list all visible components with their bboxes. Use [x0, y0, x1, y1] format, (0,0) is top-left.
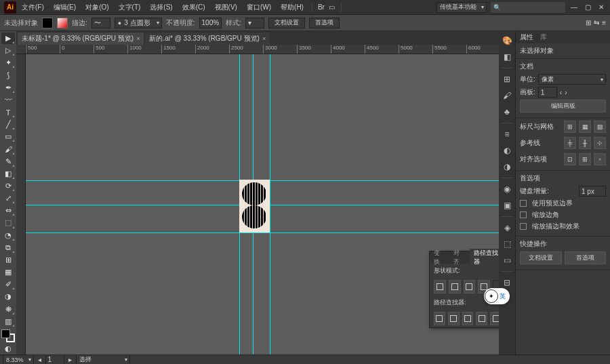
prev-artboard-status[interactable]: ◂: [38, 356, 41, 363]
menu-edit[interactable]: 编辑(E): [49, 3, 80, 12]
layers-panel-icon[interactable]: ◈: [500, 221, 514, 235]
selection-tool[interactable]: ▶: [1, 33, 15, 44]
color-panel-icon[interactable]: 🎨: [500, 34, 514, 47]
divide-button[interactable]: [434, 312, 445, 325]
guide-horizontal[interactable]: [26, 232, 499, 233]
vertical-ruler[interactable]: [16, 54, 26, 355]
guide-lock[interactable]: ╫: [579, 137, 591, 149]
unite-button[interactable]: [434, 280, 446, 294]
swatches-panel-icon[interactable]: ⊞: [500, 73, 514, 86]
search-input[interactable]: 🔍: [491, 2, 565, 13]
tab-close-icon[interactable]: ×: [136, 35, 140, 42]
maximize-icon[interactable]: ▢: [583, 3, 592, 12]
color-mode-toggle[interactable]: ◐: [1, 343, 15, 355]
document-tab[interactable]: 未标题-1* @ 8.33% (RGB/GPU 预览)×: [18, 33, 144, 45]
close-icon[interactable]: ✕: [596, 3, 606, 12]
crop-button[interactable]: [476, 312, 487, 325]
menu-help[interactable]: 帮助(H): [277, 3, 308, 12]
minus-front-button[interactable]: [449, 280, 461, 294]
transparency-panel-icon[interactable]: ◑: [500, 160, 514, 174]
edit-artboards-button[interactable]: 编辑画板: [520, 100, 606, 113]
intersect-button[interactable]: [464, 280, 476, 294]
gradient-tool[interactable]: ▦: [1, 266, 15, 278]
paintbrush-tool[interactable]: 🖌: [1, 143, 15, 155]
scale-corners-checkbox[interactable]: [520, 211, 527, 218]
zoom-level[interactable]: 8.33%: [3, 355, 34, 365]
perspective-tool[interactable]: ⧉: [1, 242, 15, 254]
shaper-tool[interactable]: ✎: [1, 156, 15, 167]
preview-bounds-checkbox[interactable]: [520, 200, 527, 207]
grid-toggle[interactable]: ▦: [579, 121, 591, 133]
curvature-tool[interactable]: 〰: [1, 94, 15, 106]
brushes-panel-icon[interactable]: 🖌: [500, 89, 514, 102]
transform-icon[interactable]: ⇆: [594, 19, 599, 26]
graphic-styles-icon[interactable]: ▣: [500, 199, 514, 212]
pathfinder-panel-icon[interactable]: ⊟: [500, 276, 514, 289]
ime-badge[interactable]: ✦ 英: [484, 288, 510, 304]
align-icon[interactable]: ⊞: [586, 19, 591, 26]
guide-visibility[interactable]: ╪: [564, 137, 576, 149]
menu-view[interactable]: 视图(V): [211, 3, 241, 12]
prefs-quick-button[interactable]: 首选项: [565, 251, 607, 264]
ruler-origin[interactable]: [16, 45, 26, 54]
rotate-tool[interactable]: ⟳: [1, 180, 15, 192]
panel-tab-pathfinder[interactable]: 路径查找器: [470, 249, 499, 266]
fill-swatch[interactable]: [42, 18, 53, 28]
symbol-sprayer-tool[interactable]: ❋: [1, 303, 15, 315]
color-guide-icon[interactable]: ◧: [500, 50, 514, 64]
workspace-switcher[interactable]: 传统基本功能: [436, 2, 487, 13]
rectangle-tool[interactable]: ▭: [1, 131, 15, 142]
next-artboard-status[interactable]: ▸: [68, 356, 72, 363]
tab-close-icon[interactable]: ×: [262, 35, 266, 42]
opacity-value[interactable]: 100%: [199, 18, 222, 28]
lasso-tool[interactable]: ⟆: [1, 69, 15, 81]
style-select[interactable]: ▾: [245, 18, 264, 28]
free-transform-tool[interactable]: ⬚: [1, 217, 15, 228]
magic-wand-tool[interactable]: ✦: [1, 57, 15, 68]
symbols-panel-icon[interactable]: ♣: [500, 105, 514, 119]
mesh-tool[interactable]: ⊞: [1, 254, 15, 266]
appearance-panel-icon[interactable]: ◉: [500, 182, 514, 196]
snap-pixel[interactable]: ▫: [594, 153, 606, 165]
doc-setup-quick-button[interactable]: 文档设置: [520, 251, 562, 264]
fill-stroke-control[interactable]: [1, 329, 15, 342]
bridge-icon[interactable]: Br: [317, 3, 326, 12]
units-select[interactable]: 像素: [538, 74, 606, 85]
eraser-tool[interactable]: ◧: [1, 168, 15, 180]
scale-strokes-checkbox[interactable]: [520, 223, 527, 230]
snap-grid[interactable]: ⊞: [579, 153, 591, 165]
snap-point[interactable]: ⊡: [564, 153, 576, 165]
next-artboard-icon[interactable]: ›: [565, 89, 567, 96]
outline-button[interactable]: [490, 312, 499, 325]
menu-type[interactable]: 文字(T): [115, 3, 145, 12]
artboards-panel-icon[interactable]: ▭: [500, 254, 514, 267]
panel-tab-transform[interactable]: 变换: [430, 249, 449, 266]
prev-artboard-icon[interactable]: ‹: [560, 89, 562, 96]
stroke-weight[interactable]: 〜: [92, 18, 110, 28]
brush-preset[interactable]: ● 3 点圆形: [115, 18, 162, 28]
shape-builder-tool[interactable]: ◔: [1, 230, 15, 241]
arrange-icon[interactable]: ▭: [327, 3, 337, 12]
type-tool[interactable]: T: [1, 106, 15, 118]
artboard[interactable]: [239, 180, 270, 232]
artboard-number[interactable]: 1: [538, 87, 557, 98]
width-tool[interactable]: ⇔: [1, 205, 15, 216]
asset-export-icon[interactable]: ⬚: [500, 237, 514, 251]
stroke-swatch[interactable]: [57, 18, 68, 28]
menu-file[interactable]: 文件(F): [18, 3, 48, 12]
canvas[interactable]: 变换 对齐 路径查找器 ▸≡ 形状模式: 扩展 路径查找器:: [26, 54, 499, 355]
blend-tool[interactable]: ◑: [1, 291, 15, 302]
smart-guides[interactable]: ⊹: [594, 137, 606, 149]
panel-tab-align[interactable]: 对齐: [449, 249, 469, 266]
menu-window[interactable]: 窗口(W): [243, 3, 275, 12]
artboard-nav[interactable]: 1: [45, 355, 64, 365]
minimize-icon[interactable]: —: [569, 3, 579, 12]
key-increment-value[interactable]: 1 px: [579, 186, 606, 197]
document-tab[interactable]: 新的.ai* @ 33.33% (RGB/GPU 预览)×: [145, 33, 270, 45]
merge-button[interactable]: [462, 312, 474, 325]
menu-select[interactable]: 选择(S): [146, 3, 176, 12]
eyedropper-tool[interactable]: ✐: [1, 279, 15, 290]
current-tool-status[interactable]: 选择: [76, 355, 130, 365]
direct-select-tool[interactable]: ▷: [1, 45, 15, 56]
menu-object[interactable]: 对象(O): [81, 3, 113, 12]
